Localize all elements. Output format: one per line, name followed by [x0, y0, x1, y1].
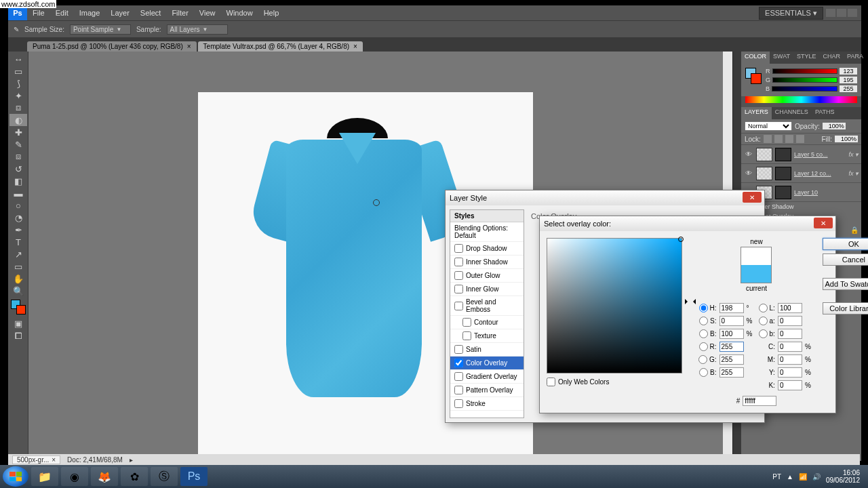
l-field[interactable] [778, 303, 802, 313]
crop-tool[interactable]: ⧈ [9, 102, 27, 114]
status-mini-tab[interactable]: 500px-gr...× [12, 455, 60, 464]
web-colors-checkbox[interactable] [547, 378, 555, 386]
style-item[interactable]: Drop Shadow [450, 242, 524, 256]
a-radio[interactable] [759, 317, 768, 325]
zoom-arrow-icon[interactable]: ▸ [130, 456, 133, 464]
hex-field[interactable] [743, 396, 776, 406]
chrome-icon[interactable]: ◉ [61, 467, 88, 486]
tab-styles[interactable]: STYLE [793, 52, 820, 64]
sample-dropdown[interactable]: All Layers▼ [167, 24, 228, 35]
menu-filter[interactable]: Filter [166, 9, 193, 17]
lasso-tool[interactable]: ⟆ [9, 77, 27, 89]
fill-field[interactable]: 100% [835, 136, 858, 142]
network-icon[interactable]: 📶 [799, 473, 807, 481]
saturation-field[interactable] [547, 238, 682, 373]
a-field[interactable] [778, 316, 802, 326]
skype-icon[interactable]: Ⓢ [151, 467, 178, 486]
blending-options-item[interactable]: Blending Options: Default [450, 222, 524, 242]
stamp-tool[interactable]: ⧇ [9, 150, 27, 163]
dialog-titlebar[interactable]: Layer Style ✕ [446, 190, 764, 205]
shape-tool[interactable]: ▭ [9, 260, 27, 272]
firefox-icon[interactable]: 🦊 [91, 467, 118, 486]
l-radio[interactable] [759, 304, 768, 312]
path-tool[interactable]: ↗ [9, 248, 27, 260]
hue-marker[interactable] [688, 299, 693, 302]
hand-tool[interactable]: ✋ [9, 272, 27, 285]
b-radio[interactable] [699, 329, 708, 338]
minimize-button[interactable] [826, 9, 835, 17]
style-item[interactable]: Bevel and Emboss [450, 296, 524, 316]
photoshop-icon[interactable]: Ps [180, 467, 208, 486]
style-item[interactable]: Outer Glow [450, 269, 524, 283]
g-slider[interactable] [772, 77, 837, 83]
marquee-tool[interactable]: ▭ [9, 65, 27, 77]
style-item[interactable]: Gradient Overlay [450, 370, 524, 384]
bv-field[interactable] [719, 329, 744, 339]
lock-pixels-icon[interactable] [774, 135, 783, 143]
sample-size-dropdown[interactable]: Point Sample▼ [70, 24, 131, 35]
close-button[interactable]: ✕ [814, 218, 833, 228]
background-swatch[interactable] [16, 305, 26, 314]
lock-transparency-icon[interactable] [764, 135, 772, 143]
eraser-tool[interactable]: ◧ [9, 175, 27, 187]
document-tab[interactable]: Puma 1-25.psd @ 100% (Layer 436 copy, RG… [27, 41, 197, 52]
heal-tool[interactable]: ✚ [9, 126, 27, 138]
b-slider[interactable] [772, 86, 837, 92]
clock[interactable]: 16:0609/06/2012 [826, 469, 860, 484]
dialog-titlebar[interactable]: Select overlay color: ✕ [540, 216, 835, 231]
r-field[interactable] [719, 342, 744, 352]
screen-mode-tool[interactable]: ⧠ [9, 329, 27, 342]
explorer-icon[interactable]: 📁 [31, 467, 58, 486]
history-brush-tool[interactable]: ↺ [9, 163, 27, 175]
dodge-tool[interactable]: ◔ [9, 211, 27, 224]
wand-tool[interactable]: ✦ [9, 89, 27, 102]
b2-field[interactable] [778, 329, 802, 339]
brush-tool[interactable]: ✎ [9, 138, 27, 150]
g-field[interactable] [719, 354, 744, 365]
color-swatches[interactable] [11, 300, 26, 314]
tab-color[interactable]: COLOR [741, 52, 770, 64]
quick-mask-tool[interactable]: ▣ [9, 317, 27, 329]
tab-paragraph[interactable]: PARA [844, 52, 867, 64]
tab-paths[interactable]: PATHS [812, 107, 838, 119]
s-field[interactable] [719, 316, 744, 326]
layer-row[interactable]: 👁Layer 12 co...fx ▾ [741, 164, 861, 183]
tab-close-icon[interactable]: × [353, 43, 357, 50]
r-radio[interactable] [699, 342, 708, 351]
h-field[interactable] [719, 303, 744, 313]
app-icon[interactable]: ✿ [121, 467, 148, 486]
add-swatches-button[interactable]: Add To Swatches [823, 278, 868, 290]
zoom-tool[interactable]: 🔍 [9, 285, 27, 297]
opacity-field[interactable]: 100% [823, 123, 846, 129]
visibility-icon[interactable]: 👁 [744, 169, 753, 177]
blue-field[interactable] [719, 367, 744, 378]
style-item-color-overlay[interactable]: Color Overlay [450, 357, 524, 370]
style-item[interactable]: Inner Glow [450, 283, 524, 296]
m-field[interactable] [778, 354, 802, 365]
panel-bg-swatch[interactable] [751, 73, 762, 84]
menu-file[interactable]: File [27, 9, 50, 17]
close-button[interactable]: ✕ [743, 192, 762, 203]
style-item[interactable]: Satin [450, 343, 524, 357]
color-marker[interactable] [678, 237, 684, 242]
menu-layer[interactable]: Layer [105, 9, 135, 17]
workspace-switcher[interactable]: ESSENTIALS ▾ [759, 7, 823, 20]
visibility-icon[interactable]: 👁 [744, 150, 753, 158]
k-field[interactable] [778, 380, 802, 390]
document-tab[interactable]: Template Vultrax.psd @ 66,7% (Layer 4, R… [198, 41, 363, 52]
style-item[interactable]: Inner Shadow [450, 256, 524, 269]
hue-strip[interactable] [745, 96, 857, 103]
menu-help[interactable]: Help [258, 9, 285, 17]
b3-radio[interactable] [699, 368, 708, 377]
gradient-tool[interactable]: ▬ [9, 187, 27, 199]
start-button[interactable] [3, 466, 28, 487]
g-radio[interactable] [698, 355, 707, 364]
color-libraries-button[interactable]: Color Libraries [823, 302, 868, 314]
style-item[interactable]: Texture [450, 329, 524, 343]
r-slider[interactable] [772, 68, 838, 74]
tab-character[interactable]: CHAR [820, 52, 844, 64]
style-item[interactable]: Pattern Overlay [450, 384, 524, 397]
s-radio[interactable] [699, 317, 708, 325]
tab-swatches[interactable]: SWAT [770, 52, 793, 64]
blend-mode-dropdown[interactable]: Normal [745, 121, 792, 131]
